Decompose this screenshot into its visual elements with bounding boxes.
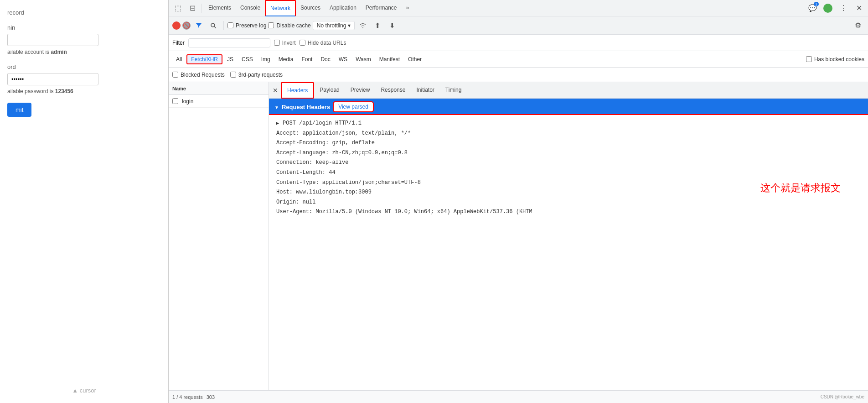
password-label: ord — [7, 63, 161, 70]
view-parsed-button[interactable]: View parsed — [334, 102, 373, 111]
hide-data-urls-checkbox[interactable] — [300, 40, 305, 46]
filter-label: Filter — [172, 40, 185, 46]
password-hint: ailable password is 123456 — [7, 88, 161, 94]
filter-toggle-button[interactable] — [192, 19, 205, 32]
type-btn-other[interactable]: Other — [404, 55, 425, 63]
request-count-label: 1 / 4 requests — [172, 394, 203, 400]
tab-elements[interactable]: Elements — [204, 0, 236, 16]
watermark: CSDN @Rookie_wbe — [821, 394, 864, 399]
svg-line-1 — [214, 26, 216, 28]
tab-headers-label: Headers — [287, 87, 308, 94]
stop-button[interactable]: 🚫 — [182, 21, 191, 30]
settings-icon[interactable]: ⚙ — [852, 19, 864, 32]
tab-payload-label: Payload — [320, 87, 339, 93]
tab-sources[interactable]: Sources — [296, 0, 325, 16]
close-devtools-icon[interactable]: ✕ — [852, 1, 866, 16]
type-btn-all[interactable]: All — [172, 55, 186, 63]
header-user-agent: User-Agent: Mozilla/5.0 (Windows NT 10.0… — [276, 207, 861, 217]
preserve-log-checkbox[interactable] — [227, 22, 233, 28]
type-btn-img[interactable]: Img — [258, 55, 274, 63]
hide-data-urls-checkbox-label[interactable]: Hide data URLs — [300, 40, 346, 46]
has-blocked-cookies-checkbox[interactable] — [806, 56, 812, 62]
type-btn-css[interactable]: CSS — [238, 55, 257, 63]
form-group-account: record — [7, 9, 161, 16]
type-btn-font[interactable]: Font — [298, 55, 316, 63]
invert-checkbox-label[interactable]: Invert — [274, 40, 296, 46]
request-headers-title-bar: Request Headers View parsed — [269, 99, 868, 115]
tab-preview[interactable]: Preview — [345, 82, 376, 99]
type-btn-manifest[interactable]: Manifest — [376, 55, 403, 63]
invert-checkbox[interactable] — [274, 40, 280, 46]
tab-headers[interactable]: Headers — [281, 82, 314, 99]
cursor-icon: ▶ — [276, 120, 279, 128]
type-btn-doc[interactable]: Doc — [317, 55, 334, 63]
record-button[interactable] — [172, 21, 181, 30]
type-filter-bar: All Fetch/XHR JS CSS Img Media Font Doc … — [169, 51, 868, 68]
type-btn-wasm[interactable]: Wasm — [352, 55, 375, 63]
third-party-checkbox[interactable] — [230, 72, 236, 78]
disable-cache-checkbox[interactable] — [268, 22, 274, 28]
username-input[interactable] — [7, 34, 98, 46]
type-btn-ws[interactable]: WS — [335, 55, 351, 63]
request-headers-chevron — [274, 104, 279, 110]
request-headers-title-text: Request Headers — [282, 104, 330, 110]
tab-performance[interactable]: Performance — [361, 0, 402, 16]
request-headers-section: Request Headers View parsed ▶ POST /api/… — [269, 99, 868, 390]
blocked-requests-checkbox-label[interactable]: Blocked Requests — [172, 72, 225, 78]
http-line-text: POST /api/login HTTP/1.1 — [283, 119, 362, 129]
user-avatar-button[interactable] — [821, 1, 835, 16]
tab-application-label: Application — [330, 5, 356, 11]
download-icon[interactable]: ⬇ — [386, 19, 398, 32]
annotation-text: 这个就是请求报文 — [760, 179, 841, 197]
tab-payload[interactable]: Payload — [314, 82, 345, 99]
invert-label: Invert — [282, 40, 296, 46]
throttling-chevron: ▾ — [348, 22, 351, 29]
header-connection: Connection: keep-alive — [276, 158, 861, 168]
type-btn-media[interactable]: Media — [275, 55, 297, 63]
tab-more[interactable]: » — [402, 0, 414, 16]
tab-timing[interactable]: Timing — [440, 82, 467, 99]
headers-content-area: ▶ POST /api/login HTTP/1.1 Accept: appli… — [269, 115, 868, 390]
tab-response[interactable]: Response — [375, 82, 411, 99]
preserve-log-checkbox-label[interactable]: Preserve log — [227, 22, 266, 29]
tab-more-icon: » — [406, 5, 409, 11]
detail-tab-bar: ✕ Headers Payload Preview Response Initi… — [269, 82, 868, 99]
tab-initiator[interactable]: Initiator — [411, 82, 439, 99]
tab-console[interactable]: Console — [236, 0, 265, 16]
has-blocked-cookies-label[interactable]: Has blocked cookies — [806, 56, 864, 63]
request-row-login[interactable]: login — [169, 95, 269, 108]
throttling-label: No throttling — [317, 22, 346, 29]
request-row-checkbox[interactable] — [172, 98, 178, 104]
tab-application[interactable]: Application — [325, 0, 361, 16]
password-input[interactable] — [7, 73, 98, 85]
filter-input[interactable] — [188, 38, 270, 47]
upload-icon[interactable]: ⬆ — [371, 19, 384, 32]
search-button[interactable] — [207, 19, 220, 32]
more-options-icon[interactable]: ⋮ — [836, 1, 851, 16]
device-toolbar-icon[interactable]: ⊟ — [185, 1, 200, 16]
chat-button[interactable]: 💬 1 — [805, 1, 820, 16]
devtools-tab-bar: ⬚ ⊟ Elements Console Network Sources App… — [169, 0, 868, 16]
type-btn-js[interactable]: JS — [223, 55, 237, 63]
account-label: record — [7, 9, 161, 16]
network-main-content: Name login ✕ Headers Payload Preview — [169, 82, 868, 390]
tab-bar-separator — [202, 4, 202, 13]
inspect-element-icon[interactable]: ⬚ — [170, 1, 185, 16]
submit-button[interactable]: mit — [7, 103, 31, 117]
blocked-requests-checkbox[interactable] — [172, 72, 178, 78]
type-btn-fetch-xhr[interactable]: Fetch/XHR — [186, 54, 222, 64]
third-party-checkbox-label[interactable]: 3rd-party requests — [230, 72, 283, 78]
username-label: nin — [7, 24, 161, 31]
throttling-dropdown[interactable]: No throttling ▾ — [313, 21, 355, 30]
header-accept-language: Accept-Language: zh-CN,zh;q=0.9,en;q=0.8 — [276, 148, 861, 158]
preserve-log-label: Preserve log — [236, 22, 266, 29]
name-column-header: Name — [172, 86, 186, 91]
http-request-line: ▶ POST /api/login HTTP/1.1 — [276, 119, 861, 129]
tab-network[interactable]: Network — [265, 0, 296, 16]
tab-response-label: Response — [381, 87, 405, 93]
requests-header: Name — [169, 82, 269, 95]
wifi-icon[interactable] — [356, 19, 369, 32]
disable-cache-checkbox-label[interactable]: Disable cache — [268, 22, 310, 29]
tab-sources-label: Sources — [300, 5, 320, 11]
close-detail-button[interactable]: ✕ — [271, 86, 280, 95]
